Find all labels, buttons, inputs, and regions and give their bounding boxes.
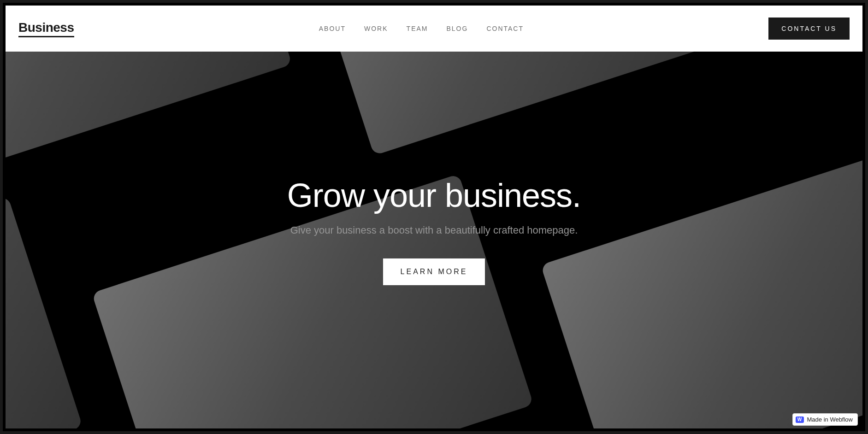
top-nav: Business ABOUT WORK TEAM BLOG CONTACT CO… (6, 6, 862, 52)
hero-subtitle: Give your business a boost with a beauti… (290, 224, 578, 236)
hero-section: Grow your business. Give your business a… (6, 52, 862, 428)
window-outer-frame: Business ABOUT WORK TEAM BLOG CONTACT CO… (3, 3, 865, 431)
contact-us-button[interactable]: CONTACT US (768, 18, 850, 40)
nav-links: ABOUT WORK TEAM BLOG CONTACT (319, 25, 524, 32)
nav-link-blog[interactable]: BLOG (446, 25, 468, 32)
logo[interactable]: Business (18, 20, 74, 37)
nav-link-contact[interactable]: CONTACT (486, 25, 524, 32)
nav-link-about[interactable]: ABOUT (319, 25, 346, 32)
nav-link-work[interactable]: WORK (364, 25, 388, 32)
nav-link-team[interactable]: TEAM (407, 25, 428, 32)
window-inner-frame: Business ABOUT WORK TEAM BLOG CONTACT CO… (6, 6, 862, 428)
webflow-icon: W (796, 416, 804, 423)
hero-content: Grow your business. Give your business a… (6, 52, 862, 428)
hero-title: Grow your business. (287, 176, 581, 214)
made-in-webflow-badge[interactable]: W Made in Webflow (792, 413, 858, 426)
learn-more-button[interactable]: LEARN MORE (383, 258, 485, 285)
webflow-badge-text: Made in Webflow (807, 416, 853, 423)
